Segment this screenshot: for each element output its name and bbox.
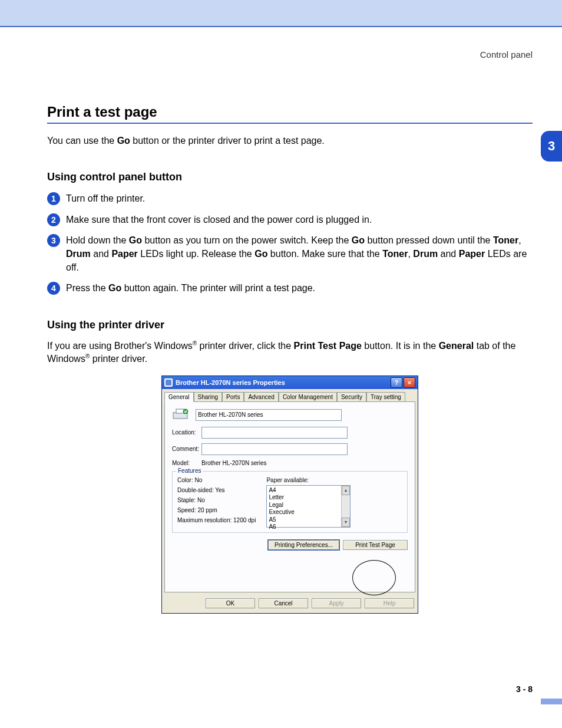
help-button[interactable]: Help <box>365 598 414 608</box>
step-2: 2 Make sure that the front cover is clos… <box>47 213 533 226</box>
step-2-text: Make sure that the front cover is closed… <box>66 213 372 226</box>
tab-security[interactable]: Security <box>337 392 366 402</box>
feature-color: Color: No <box>177 475 256 485</box>
general-panel: Brother HL-2070N series Location: Commen… <box>164 401 415 592</box>
ok-button[interactable]: OK <box>206 598 255 608</box>
step-4: 4 Press the Go button again. The printer… <box>47 281 533 295</box>
cancel-button[interactable]: Cancel <box>259 598 308 608</box>
list-item[interactable]: A5 <box>269 516 348 524</box>
close-icon[interactable]: × <box>404 377 415 388</box>
step-3-text: Hold down the Go button as you turn on t… <box>66 233 533 275</box>
scroll-up-icon[interactable]: ▴ <box>342 486 350 495</box>
scrollbar[interactable]: ▴ ▾ <box>341 486 350 527</box>
comment-field[interactable] <box>201 443 348 455</box>
feature-resolution: Maximum resolution: 1200 dpi <box>177 515 256 525</box>
location-field[interactable] <box>201 427 348 439</box>
printer-name-field[interactable]: Brother HL-2070N series <box>196 409 342 421</box>
page-number: 3 - 8 <box>516 684 533 694</box>
step-number-icon: 1 <box>47 192 60 205</box>
model-value: Brother HL-2070N series <box>201 460 267 466</box>
list-item[interactable]: Legal <box>269 502 348 509</box>
list-item[interactable]: A6 <box>269 523 348 531</box>
tab-advanced[interactable]: Advanced <box>244 392 278 402</box>
location-label: Location: <box>172 429 201 436</box>
comment-label: Comment: <box>172 446 201 452</box>
printer-large-icon <box>172 408 190 422</box>
feature-staple: Staple: No <box>177 495 256 505</box>
tab-color-management[interactable]: Color Management <box>279 392 337 402</box>
step-number-icon: 4 <box>47 282 60 295</box>
features-fieldset: Features Color: No Double-sided: Yes Sta… <box>172 471 408 533</box>
section-heading-control-panel: Using control panel button <box>47 171 533 183</box>
printer-driver-paragraph: If you are using Brother's Windows® prin… <box>47 340 533 366</box>
section-heading-printer-driver: Using the printer driver <box>47 319 533 331</box>
list-item[interactable]: Executive <box>269 509 348 516</box>
step-4-text: Press the Go button again. The printer w… <box>66 281 315 295</box>
print-test-page-button[interactable]: Print Test Page <box>343 540 408 550</box>
scroll-down-icon[interactable]: ▾ <box>342 518 350 527</box>
feature-speed: Speed: 20 ppm <box>177 505 256 515</box>
tab-general[interactable]: General <box>164 392 194 402</box>
tab-tray-setting[interactable]: Tray setting <box>366 392 405 402</box>
model-label: Model: <box>172 460 201 466</box>
printer-properties-dialog: Brother HL-2070N series Properties ? × G… <box>161 375 418 614</box>
page-title: Print a test page <box>47 104 533 120</box>
title-rule <box>47 123 533 124</box>
list-item[interactable]: Letter <box>269 494 348 502</box>
running-header: Control panel <box>480 50 533 60</box>
highlight-circle-icon <box>352 560 396 595</box>
step-1-text: Turn off the printer. <box>66 192 145 205</box>
tab-ports[interactable]: Ports <box>222 392 244 402</box>
page-top-banner <box>0 0 562 27</box>
help-button-icon[interactable]: ? <box>391 377 402 388</box>
tab-sharing[interactable]: Sharing <box>194 392 222 402</box>
step-1: 1 Turn off the printer. <box>47 192 533 205</box>
step-number-icon: 3 <box>47 234 60 247</box>
dialog-title: Brother HL-2070N series Properties <box>176 379 389 386</box>
step-3: 3 Hold down the Go button as you turn on… <box>47 233 533 275</box>
printer-icon <box>164 378 173 387</box>
paper-available-list[interactable]: A4 Letter Legal Executive A5 A6 ▴ ▾ <box>266 485 351 528</box>
features-legend: Features <box>176 467 203 474</box>
intro-paragraph: You can use the Go button or the printer… <box>47 134 533 147</box>
footer-accent-icon <box>541 699 562 704</box>
step-number-icon: 2 <box>47 213 60 226</box>
list-item[interactable]: A4 <box>269 487 348 495</box>
paper-available-label: Paper available: <box>266 475 351 485</box>
printing-preferences-button[interactable]: Printing Preferences... <box>268 540 339 550</box>
apply-button[interactable]: Apply <box>312 598 361 608</box>
chapter-tab: 3 <box>541 131 562 162</box>
svg-point-2 <box>183 409 188 414</box>
dialog-titlebar[interactable]: Brother HL-2070N series Properties ? × <box>162 376 418 389</box>
feature-double-sided: Double-sided: Yes <box>177 485 256 495</box>
